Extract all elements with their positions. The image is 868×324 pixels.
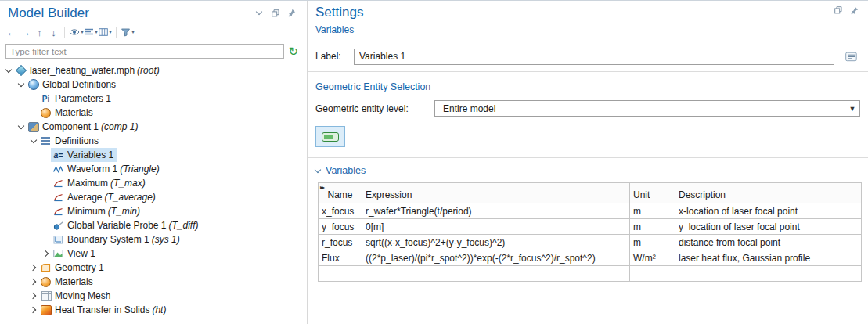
cell-name[interactable]: x_focus [319,203,362,219]
tree-item-component-1[interactable]: Component 1(comp 1) [0,120,304,134]
tree-item-view-1[interactable]: View 1 [0,247,304,261]
cell-name[interactable]: y_focus [319,219,362,235]
table-row: Flux ((2*p_laser)/(pi*r_spot^2))*exp(-(2… [319,250,862,266]
model-builder-toolbar: ← → ↑ ↓ ▾ ▾ ▾ ▾ [0,23,304,41]
float-panel-icon[interactable] [270,8,281,19]
collapse-panel-icon[interactable] [254,8,265,19]
display-options-icon[interactable]: ▾ [121,24,135,40]
cell-expression[interactable]: sqrt((x-x_focus)^2+(y-y_focus)^2) [362,235,630,250]
tree-item-moving-mesh[interactable]: Moving Mesh [0,289,304,303]
tree-item-parameters-1[interactable]: Parameters 1 [0,92,304,106]
settings-panel: Settings Variables Label: Geomet [308,1,868,324]
column-header-description: Description [675,183,862,203]
probe-icon [52,220,65,231]
model-builder-title: Model Builder [8,5,254,21]
waveform-icon [52,164,65,175]
chevron-right-icon[interactable] [28,291,38,301]
cell-expression[interactable]: ((2*p_laser)/(pi*r_spot^2))*exp(-(2*r_fo… [362,250,630,266]
maximum-operator-icon [52,178,65,189]
cell-expression[interactable] [362,266,630,282]
variables-icon [52,149,65,160]
pin-icon[interactable] [286,8,297,19]
chevron-down-icon[interactable] [3,66,13,76]
table-header-row: Name Expression Unit Description [319,183,862,203]
expander-slot [41,150,51,160]
tree-item-global-definitions[interactable]: Global Definitions [0,77,304,92]
chevron-down-icon[interactable] [28,136,38,146]
chevron-down-icon[interactable] [16,122,26,132]
cell-unit[interactable]: W/m² [630,250,675,266]
collapse-all-icon[interactable]: ▾ [85,24,98,40]
variables-section-header[interactable]: Variables [308,158,868,182]
tree-item-materials-component[interactable]: Materials [0,275,304,289]
tree-item-variables-1[interactable]: Variables 1 [0,148,304,162]
tree-item-heat-transfer-in-solids[interactable]: Heat Transfer in Solids(ht) [0,303,304,317]
label-input[interactable] [354,49,834,65]
table-row-empty [319,266,862,282]
expander-slot [41,235,51,245]
cell-description[interactable]: distance from focal point [675,235,862,250]
column-header-expression: Expression [362,183,630,203]
tree-item-definitions[interactable]: Definitions [0,134,304,148]
label-field-label: Label: [315,51,347,62]
label-row: Label: [308,41,868,71]
geometric-entity-selection-heading: Geometric Entity Selection [308,72,868,100]
float-panel-icon[interactable] [833,5,844,16]
geometric-entity-level-label: Geometric entity level: [315,103,430,114]
expander-slot [41,193,51,203]
chevron-right-icon[interactable] [28,277,38,287]
cell-unit[interactable] [630,266,675,282]
tree-item-geometry-1[interactable]: Geometry 1 [0,261,304,275]
cell-description[interactable]: y_location of laser focal point [675,219,862,235]
cell-name[interactable]: Flux [319,250,362,266]
filter-input[interactable] [5,44,284,59]
tree-item-global-variable-probe-1[interactable]: Global Variable Probe 1(T_diff) [0,218,304,232]
forward-icon[interactable]: → [19,24,32,40]
chevron-right-icon[interactable] [41,249,51,259]
chevron-right-icon[interactable] [28,263,38,273]
show-name-icon[interactable] [841,48,860,65]
comsol-window: Model Builder ← → ↑ ↓ ▾ [0,0,868,324]
cell-description[interactable] [675,266,862,282]
tree-item-maximum[interactable]: Maximum(T_max) [0,176,304,190]
move-up-icon[interactable]: ↑ [33,24,46,40]
refresh-icon[interactable]: ↻ [288,45,298,57]
expander-slot [41,178,51,189]
chevron-down-icon [315,166,321,172]
model-tree-icon[interactable]: ▾ [99,24,112,40]
tree-item-average[interactable]: Average(T_average) [0,190,304,204]
parameters-icon [39,93,52,104]
active-selection-toggle[interactable] [315,126,345,147]
filter-row: ↻ [0,41,304,62]
cell-unit[interactable]: m [630,203,675,219]
settings-title: Settings [315,5,833,20]
globe-icon [27,79,40,90]
chevron-down-icon[interactable] [16,80,26,90]
chevron-right-icon[interactable] [28,305,38,315]
cell-expression[interactable]: 0[m] [362,219,630,235]
tree-item-minimum[interactable]: Minimum(T_min) [0,204,304,218]
expander-slot [28,108,38,118]
cell-description[interactable]: x-location of laser focal point [675,203,862,219]
materials-icon [39,107,52,118]
geometric-entity-level-select[interactable]: Entire model ▼ [434,100,860,117]
component-icon [27,121,40,132]
cell-expression[interactable]: r_wafer*Triangle(t/period) [362,203,630,219]
tree-item-boundary-system-1[interactable]: Boundary System 1(sys 1) [0,232,304,247]
tree-item-root[interactable]: laser_heating_wafer.mph(root) [0,63,304,77]
cell-unit[interactable]: m [630,219,675,235]
tree-item-waveform-1[interactable]: Waveform 1(Triangle) [0,162,304,176]
table-row: y_focus 0[m] m y_location of laser focal… [319,219,862,235]
cell-description[interactable]: laser heat flux, Gaussian profile [675,250,862,266]
cell-name[interactable] [319,266,362,282]
back-icon[interactable]: ← [5,24,18,40]
tree-item-materials-global[interactable]: Materials [0,106,304,120]
cell-unit[interactable]: m [630,235,675,250]
cell-name[interactable]: r_focus [319,235,362,250]
boundary-system-icon [52,234,65,245]
show-icon[interactable]: ▾ [69,24,84,40]
pin-icon[interactable] [849,5,860,16]
model-file-icon [14,65,27,76]
move-down-icon[interactable]: ↓ [47,24,60,40]
model-tree: laser_heating_wafer.mph(root) Global Def… [0,62,304,324]
